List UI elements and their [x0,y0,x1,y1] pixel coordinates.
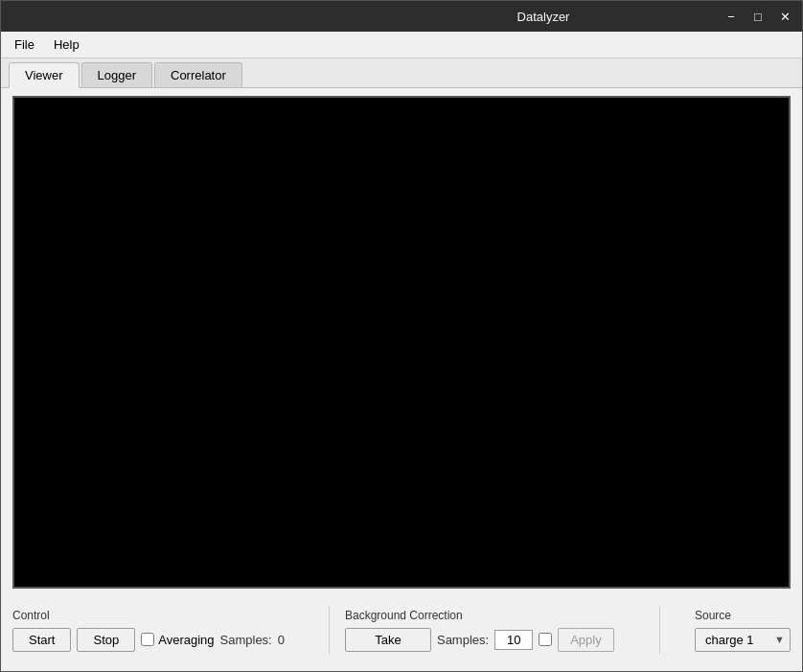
window-controls: − □ ✕ [722,7,794,26]
control-label: Control [12,609,285,622]
bottom-panel: Control Start Stop Averaging Samples: 0 … [12,596,791,663]
start-button[interactable]: Start [12,628,71,652]
viewer-canvas [12,96,791,589]
source-select[interactable]: charge 1 charge 2 charge 3 [695,628,791,652]
title-bar: Datalyzer − □ ✕ [1,1,802,32]
source-section: Source charge 1 charge 2 charge 3 ▼ [695,609,791,652]
control-controls: Start Stop Averaging Samples: 0 [12,628,285,652]
averaging-checkbox-label: Averaging [141,633,214,647]
menu-file[interactable]: File [5,34,44,56]
maximize-button[interactable]: □ [748,7,768,26]
minimize-button[interactable]: − [722,7,741,26]
apply-checkbox[interactable] [539,633,552,646]
averaging-label: Averaging [158,633,214,647]
main-content: Control Start Stop Averaging Samples: 0 … [1,88,802,671]
close-button[interactable]: ✕ [775,7,794,26]
samples-label-bg: Samples: [437,633,489,647]
samples-label-control: Samples: [220,633,272,647]
take-button[interactable]: Take [345,628,431,652]
samples-value-control: 0 [278,633,285,647]
bg-correction-section: Background Correction Take Samples: Appl… [345,609,614,652]
menu-bar: File Help [1,32,802,58]
source-controls: charge 1 charge 2 charge 3 ▼ [695,628,791,652]
tab-correlator[interactable]: Correlator [154,62,242,87]
averaging-checkbox[interactable] [141,633,154,646]
apply-checkbox-label [539,633,552,646]
control-section: Control Start Stop Averaging Samples: 0 [12,609,285,652]
window-title: Datalyzer [365,10,722,24]
samples-input-bg[interactable] [494,630,533,650]
source-select-wrapper: charge 1 charge 2 charge 3 ▼ [695,628,791,652]
apply-button: Apply [558,628,614,652]
tab-logger[interactable]: Logger [81,62,152,87]
divider-2 [659,606,660,654]
main-window: Datalyzer − □ ✕ File Help Viewer Logger … [0,0,803,672]
divider-1 [329,606,330,654]
menu-help[interactable]: Help [44,34,89,56]
bg-correction-label: Background Correction [345,609,614,622]
stop-button[interactable]: Stop [77,628,135,652]
source-label: Source [695,609,791,622]
tab-viewer[interactable]: Viewer [9,62,80,88]
tabs-bar: Viewer Logger Correlator [1,58,802,88]
bg-correction-controls: Take Samples: Apply [345,628,614,652]
